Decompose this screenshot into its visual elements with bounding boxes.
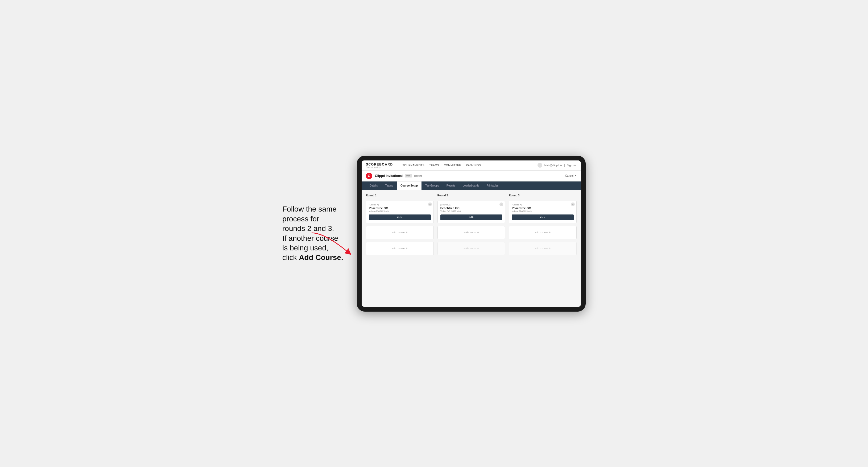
round-3-extra-plus-icon: + (549, 247, 551, 250)
round-1-extra-plus-icon: + (406, 247, 408, 250)
round-2-column: Round 2 ○ (Course A) Peachtree GC Yellow… (437, 194, 505, 255)
tablet-screen: SCOREBOARD Powered by clippd TOURNAMENTS… (362, 160, 581, 307)
round-2-course-details: Yellow (M) (6629 yds) (440, 210, 502, 212)
nav-separator: | (564, 164, 565, 167)
round-2-extra-add-course-button: Add Course + (437, 242, 505, 255)
logo-area: SCOREBOARD Powered by clippd (366, 163, 393, 168)
round-3-add-course-label: Add Course (535, 231, 548, 234)
round-1-course-details: Yellow (M) (6629 yds) (369, 210, 431, 212)
logo-scoreboard: SCOREBOARD (366, 163, 393, 166)
round-3-extra-add-course-label: Add Course (535, 247, 548, 250)
round-1-add-course-extra-button[interactable]: Add Course + (366, 242, 434, 255)
round-3-add-course-button[interactable]: Add Course + (509, 226, 577, 239)
logo-sub: Powered by clippd (366, 166, 393, 168)
hosting-label: Hosting (414, 175, 423, 177)
round-1-remove-button[interactable]: ○ (428, 203, 432, 206)
tab-course-setup[interactable]: Course Setup (397, 182, 422, 190)
top-nav: SCOREBOARD Powered by clippd TOURNAMENTS… (362, 160, 581, 170)
round-1-column: Round 1 ○ (Course A) Peachtree GC Yellow… (366, 194, 434, 255)
rounds-grid: Round 1 ○ (Course A) Peachtree GC Yellow… (366, 194, 577, 255)
instruction-bold: Add Course. (299, 253, 343, 261)
round-2-course-label: (Course A) (440, 204, 502, 206)
main-content: Round 1 ○ (Course A) Peachtree GC Yellow… (362, 190, 581, 307)
round-1-title: Round 1 (366, 194, 434, 197)
round-2-course-card: ○ (Course A) Peachtree GC Yellow (M) (66… (437, 200, 505, 223)
round-2-add-course-label: Add Course (464, 231, 476, 234)
round-2-remove-button[interactable]: ○ (499, 203, 503, 206)
tournament-header: C Clippd Invitational Men Hosting Cancel… (362, 170, 581, 182)
round-1-course-label: (Course A) (369, 204, 431, 206)
round-3-course-card: ○ (Course A) Peachtree GC Yellow (M) (66… (509, 200, 577, 223)
nav-tournaments[interactable]: TOURNAMENTS (403, 164, 425, 167)
round-3-remove-button[interactable]: ○ (571, 203, 575, 206)
round-2-edit-button[interactable]: Edit (440, 215, 502, 220)
tab-bar: Details Teams Course Setup Tee Groups Re… (362, 182, 581, 190)
round-2-extra-plus-icon: + (477, 247, 479, 250)
gender-badge: Men (405, 174, 412, 178)
page-wrapper: Follow the same process for rounds 2 and… (248, 156, 620, 312)
nav-rankings[interactable]: RANKINGS (466, 164, 481, 167)
round-3-course-name: Peachtree GC (512, 207, 574, 210)
round-3-extra-add-course-button: Add Course + (509, 242, 577, 255)
nav-teams[interactable]: TEAMS (429, 164, 439, 167)
sign-out-link[interactable]: Sign out (567, 164, 577, 167)
round-1-extra-add-course-label: Add Course (392, 247, 405, 250)
tournament-logo: C (366, 173, 372, 179)
round-1-add-course-label: Add Course (392, 231, 405, 234)
nav-links: TOURNAMENTS TEAMS COMMITTEE RANKINGS (403, 164, 532, 167)
instruction-text: Follow the same process for rounds 2 and… (282, 205, 357, 262)
tournament-name: Clippd Invitational (375, 174, 403, 178)
tab-printables[interactable]: Printables (483, 182, 502, 190)
round-3-title: Round 3 (509, 194, 577, 197)
cancel-x-icon: ✕ (575, 174, 577, 177)
round-2-add-course-button[interactable]: Add Course + (437, 226, 505, 239)
tab-leaderboards[interactable]: Leaderboards (459, 182, 483, 190)
round-1-edit-button[interactable]: Edit (369, 215, 431, 220)
round-3-plus-icon: + (549, 231, 551, 235)
tab-tee-groups[interactable]: Tee Groups (422, 182, 443, 190)
user-email: blair@clippd.io (545, 164, 562, 167)
round-3-course-label: (Course A) (512, 204, 574, 206)
tablet-device: SCOREBOARD Powered by clippd TOURNAMENTS… (357, 156, 586, 312)
cancel-button[interactable]: Cancel ✕ (565, 174, 577, 177)
nav-right: blair@clippd.io | Sign out (537, 163, 577, 168)
round-1-add-course-plus-icon: + (406, 231, 408, 235)
round-3-column: Round 3 ○ (Course A) Peachtree GC Yellow… (509, 194, 577, 255)
round-3-course-details: Yellow (M) (6629 yds) (512, 210, 574, 212)
tab-teams[interactable]: Teams (381, 182, 397, 190)
round-2-course-name: Peachtree GC (440, 207, 502, 210)
nav-committee[interactable]: COMMITTEE (444, 164, 461, 167)
round-1-course-name: Peachtree GC (369, 207, 431, 210)
round-1-course-card: ○ (Course A) Peachtree GC Yellow (M) (66… (366, 200, 434, 223)
tab-details[interactable]: Details (366, 182, 381, 190)
round-2-extra-add-course-label: Add Course (464, 247, 476, 250)
tab-results[interactable]: Results (443, 182, 459, 190)
round-2-title: Round 2 (437, 194, 505, 197)
user-avatar (537, 163, 542, 168)
round-3-edit-button[interactable]: Edit (512, 215, 574, 220)
round-2-plus-icon: + (477, 231, 479, 235)
round-1-add-course-button[interactable]: Add Course + (366, 226, 434, 239)
